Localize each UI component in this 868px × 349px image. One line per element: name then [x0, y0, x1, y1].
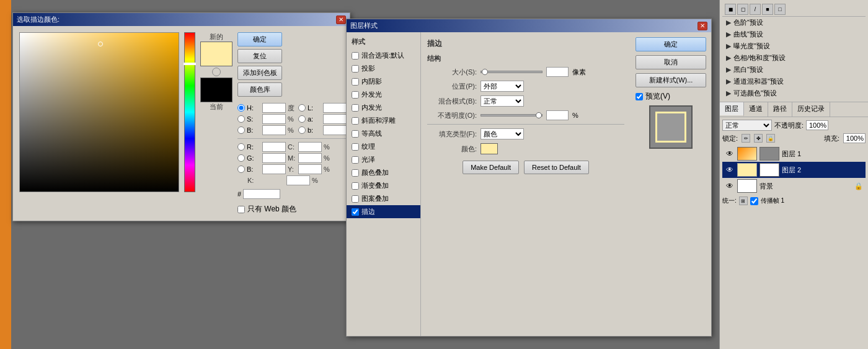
l-radio[interactable]	[298, 104, 306, 112]
web-color-checkbox[interactable]	[237, 206, 245, 213]
position-select[interactable]: 外部 内部 居中	[480, 81, 524, 92]
tab-layers[interactable]: 图层	[720, 102, 744, 117]
blend-mode-select[interactable]: 正常 溶解	[480, 95, 524, 107]
eye-icon-2[interactable]: 👁	[725, 165, 735, 175]
y-input[interactable]: 43	[298, 164, 322, 174]
reset-to-default-button[interactable]: Reset to Default	[524, 161, 589, 174]
panel-icon-1[interactable]: ◼	[725, 4, 736, 15]
preset-item-exposure[interactable]: ▶ 曝光度"预设	[722, 40, 866, 52]
patternoverlay-checkbox[interactable]	[352, 195, 359, 203]
preset-item-hue[interactable]: ▶ 色相/饱和度"预设	[722, 52, 866, 64]
ls-item-satin[interactable]: 光泽	[347, 153, 420, 166]
color-picker-library-button[interactable]: 颜色库	[237, 82, 282, 97]
color-picker-add-to-palette-button[interactable]: 添加到色板	[237, 66, 282, 80]
ls-item-blend[interactable]: 混合选项:默认	[347, 49, 420, 62]
g-input[interactable]: 237	[262, 153, 286, 163]
dropshadow-checkbox[interactable]	[352, 65, 359, 73]
ls-new-style-button[interactable]: 新建样式(W)...	[636, 73, 706, 87]
panel-icon-3[interactable]: /	[750, 4, 761, 15]
preset-item-selective[interactable]: ▶ 可选颜色"预设	[722, 87, 866, 99]
preset-item-channel[interactable]: ▶ 通道混和器"预设	[722, 76, 866, 87]
outerglow-checkbox[interactable]	[352, 91, 359, 99]
br-input[interactable]: 167	[262, 164, 286, 174]
eye-icon-1[interactable]: 👁	[725, 149, 735, 159]
h-input[interactable]: 48	[262, 103, 286, 113]
ls-item-outerglow[interactable]: 外发光	[347, 88, 420, 101]
h-radio[interactable]	[237, 104, 245, 112]
opacity-input[interactable]: 100	[546, 110, 569, 120]
tab-history[interactable]: 历史记录	[792, 102, 830, 117]
ls-item-contour[interactable]: 等高线	[347, 127, 420, 140]
size-slider[interactable]	[480, 71, 542, 73]
b-radio[interactable]	[237, 126, 245, 134]
ls-item-texture[interactable]: 纹理	[347, 140, 420, 153]
lock-pixels-icon[interactable]: ✏	[742, 134, 750, 143]
coloroverlay-checkbox[interactable]	[352, 169, 359, 177]
b-input[interactable]: 100	[262, 125, 286, 135]
eye-icon-bg[interactable]: 👁	[725, 181, 735, 191]
layer-item-1[interactable]: 👁 图层 1	[722, 146, 866, 162]
new-color-swatch[interactable]	[200, 42, 232, 66]
fill-input[interactable]	[843, 133, 866, 143]
ls-item-dropshadow[interactable]: 投影	[347, 62, 420, 75]
panel-icon-2[interactable]: ◻	[737, 4, 748, 15]
blow-radio[interactable]	[298, 126, 306, 134]
opacity-slider[interactable]	[480, 114, 542, 117]
blend-checkbox[interactable]	[352, 52, 359, 60]
br-radio[interactable]	[237, 166, 245, 173]
ls-item-stroke[interactable]: 描边	[347, 205, 420, 218]
ls-confirm-button[interactable]: 确定	[636, 37, 706, 51]
hex-input[interactable]: ffeda7	[243, 189, 280, 199]
texture-checkbox[interactable]	[352, 143, 359, 151]
hue-strip[interactable]	[184, 32, 195, 192]
tab-paths[interactable]: 路径	[768, 102, 792, 117]
fill-type-select[interactable]: 颜色 渐变 图案	[480, 128, 524, 139]
color-gradient-canvas[interactable]	[19, 32, 179, 192]
ls-item-gradientoverlay[interactable]: 渐变叠加	[347, 179, 420, 192]
l-input[interactable]: 94	[323, 103, 347, 113]
innershadow-checkbox[interactable]	[352, 78, 359, 86]
opacity-field[interactable]	[806, 120, 828, 130]
preset-item-curves[interactable]: ▶ 曲线"预设	[722, 29, 866, 40]
r-input[interactable]: 255	[262, 142, 286, 152]
preset-item-levels[interactable]: ▶ 色阶"预设	[722, 17, 866, 29]
g-radio[interactable]	[237, 154, 245, 162]
bevel-checkbox[interactable]	[352, 117, 359, 125]
ls-item-coloroverlay[interactable]: 颜色叠加	[347, 166, 420, 179]
preview-checkbox[interactable]	[636, 93, 643, 100]
transmit-icon[interactable]: ⊞	[739, 197, 748, 205]
c-input[interactable]: 1	[298, 142, 322, 152]
r-radio[interactable]	[237, 143, 245, 151]
tab-channels[interactable]: 通道	[744, 102, 768, 117]
blow-input[interactable]: 36	[323, 125, 347, 135]
ls-item-bevel[interactable]: 斜面和浮雕	[347, 114, 420, 127]
ls-item-innerglow[interactable]: 内发光	[347, 101, 420, 114]
ls-item-patternoverlay[interactable]: 图案叠加	[347, 192, 420, 205]
panel-icon-5[interactable]: □	[774, 4, 786, 15]
k-input[interactable]: 0	[286, 175, 310, 185]
stroke-color-swatch[interactable]	[480, 143, 498, 154]
layer-item-2[interactable]: 👁 图层 2	[722, 162, 866, 178]
gradientoverlay-checkbox[interactable]	[352, 182, 359, 190]
color-picker-confirm-button[interactable]: 确定	[237, 32, 282, 46]
preset-item-bw[interactable]: ▶ 黑白"预设	[722, 64, 866, 76]
innerglow-checkbox[interactable]	[352, 104, 359, 112]
a-radio[interactable]	[298, 115, 306, 123]
lock-move-icon[interactable]: ✤	[754, 134, 763, 143]
layer-style-close-button[interactable]: ✕	[698, 22, 707, 30]
contour-checkbox[interactable]	[352, 130, 359, 138]
s-radio[interactable]	[237, 115, 245, 123]
s-input[interactable]: 35	[262, 114, 286, 124]
m-input[interactable]: 7	[298, 153, 322, 163]
ls-cancel-button[interactable]: 取消	[636, 55, 706, 69]
color-picker-reset-button[interactable]: 复位	[237, 49, 282, 63]
layer-item-bg[interactable]: 👁 背景 🔒	[722, 178, 866, 194]
a-input[interactable]: -1	[323, 114, 347, 124]
satin-checkbox[interactable]	[352, 156, 359, 164]
ls-item-innershadow[interactable]: 内阴影	[347, 75, 420, 88]
transmit-checkbox[interactable]	[750, 197, 758, 205]
stroke-checkbox[interactable]	[352, 208, 359, 216]
blend-mode-dropdown[interactable]: 正常	[722, 120, 772, 131]
color-picker-close-button[interactable]: ✕	[336, 15, 346, 24]
size-input[interactable]: 3	[546, 67, 569, 77]
